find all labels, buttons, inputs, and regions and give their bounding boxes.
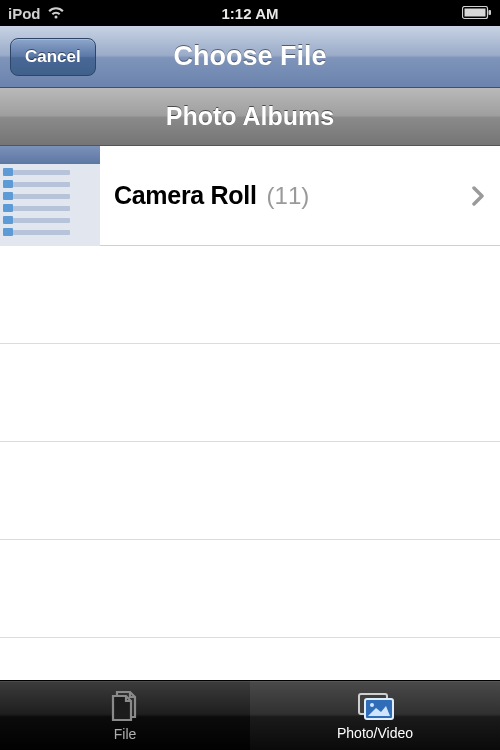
album-row-camera-roll[interactable]: Camera Roll (11) bbox=[0, 146, 500, 246]
album-list: Camera Roll (11) bbox=[0, 146, 500, 638]
wifi-icon bbox=[47, 6, 65, 20]
list-empty-row bbox=[0, 344, 500, 442]
list-empty-row bbox=[0, 540, 500, 638]
page-title: Choose File bbox=[173, 41, 326, 72]
photo-video-icon bbox=[354, 690, 396, 722]
svg-rect-1 bbox=[465, 9, 486, 17]
list-empty-row bbox=[0, 246, 500, 344]
album-thumbnail bbox=[0, 146, 100, 246]
nav-bar: Cancel Choose File bbox=[0, 26, 500, 88]
tab-file-label: File bbox=[114, 726, 137, 742]
svg-point-5 bbox=[370, 703, 374, 707]
carrier-label: iPod bbox=[8, 5, 41, 22]
tab-file[interactable]: File bbox=[0, 681, 250, 750]
album-row-text: Camera Roll (11) bbox=[114, 181, 456, 210]
clock: 1:12 AM bbox=[222, 5, 279, 22]
status-right bbox=[462, 6, 492, 20]
tab-bar: File Photo/Video bbox=[0, 680, 500, 750]
chevron-right-icon bbox=[470, 186, 486, 206]
album-name: Camera Roll bbox=[114, 181, 257, 210]
cancel-button[interactable]: Cancel bbox=[10, 38, 96, 76]
tab-photo-video[interactable]: Photo/Video bbox=[250, 681, 500, 750]
svg-rect-2 bbox=[489, 10, 492, 15]
content-area: Camera Roll (11) bbox=[0, 146, 500, 680]
file-icon bbox=[106, 689, 144, 723]
album-count: (11) bbox=[267, 182, 310, 210]
tab-photo-video-label: Photo/Video bbox=[337, 725, 413, 741]
section-header: Photo Albums bbox=[0, 88, 500, 146]
battery-icon bbox=[462, 6, 492, 20]
list-empty-row bbox=[0, 442, 500, 540]
status-left: iPod bbox=[8, 5, 65, 22]
status-bar: iPod 1:12 AM bbox=[0, 0, 500, 26]
